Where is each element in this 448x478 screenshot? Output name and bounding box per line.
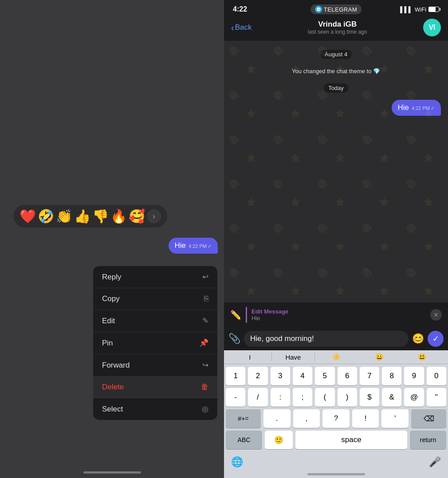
back-label: Back: [235, 23, 252, 32]
key-return[interactable]: return: [410, 431, 446, 449]
key-delete[interactable]: ⌫: [411, 409, 446, 428]
keyboard-row-3: #+= . , ? ! ' ⌫: [226, 409, 446, 428]
chat-name: Vrinda iGB: [252, 20, 423, 29]
globe-key[interactable]: 🌐: [231, 456, 243, 468]
predictive-word-2[interactable]: Have: [272, 353, 315, 361]
predictive-word-3[interactable]: ☀️: [315, 353, 358, 361]
key-emoji-face[interactable]: 🙂: [265, 431, 293, 449]
right-panel: 4:22 TELEGRAM ▌▌▌ WiFi ‹ Back Vrinda iGB…: [224, 0, 448, 478]
message-bubble: Hie 4:22 PM ✓: [169, 238, 218, 254]
chat-background: August 4 You changed the chat theme to 💎…: [224, 41, 448, 302]
edit-title: Edit Message: [252, 308, 426, 315]
back-button[interactable]: ‹ Back: [231, 23, 252, 33]
menu-item-select[interactable]: Select ◎: [93, 398, 217, 420]
send-button[interactable]: ✓: [428, 331, 444, 347]
avatar[interactable]: VI: [423, 19, 441, 36]
menu-item-forward[interactable]: Forward ↪: [93, 354, 217, 376]
chat-pattern: [224, 41, 448, 302]
bubble-time: 4:22 PM ✓: [189, 243, 212, 249]
key-hashtag[interactable]: #+=: [226, 409, 261, 428]
key-3[interactable]: 3: [271, 367, 290, 385]
key-open-paren[interactable]: (: [315, 388, 334, 407]
emoji-thumbsup[interactable]: 👍: [74, 208, 90, 224]
key-space[interactable]: space: [295, 431, 407, 449]
edit-divider: [246, 307, 247, 323]
menu-item-edit[interactable]: Edit ✎: [93, 310, 217, 332]
key-semicolon[interactable]: ;: [293, 388, 312, 407]
edit-bar: ✏️ Edit Message Hie ✕: [224, 302, 448, 327]
emoji-thumbsdown[interactable]: 👎: [92, 208, 109, 224]
key-colon[interactable]: :: [271, 388, 290, 407]
key-abc[interactable]: ABC: [226, 431, 262, 449]
copy-icon: ⎘: [204, 294, 208, 303]
key-dollar[interactable]: $: [360, 388, 379, 407]
status-bar: 4:22 TELEGRAM ▌▌▌ WiFi: [224, 0, 448, 15]
menu-item-copy[interactable]: Copy ⎘: [93, 288, 217, 310]
key-exclaim[interactable]: !: [352, 409, 379, 428]
pencil-icon: ✏️: [230, 310, 241, 320]
key-dash[interactable]: -: [226, 388, 245, 407]
key-comma[interactable]: ,: [293, 409, 320, 428]
pin-icon: 📌: [199, 338, 208, 348]
menu-label-forward: Forward: [102, 361, 130, 370]
keyboard-row-1: 1 2 3 4 5 6 7 8 9 0: [226, 367, 446, 385]
forward-icon: ↪: [202, 360, 208, 370]
emoji-bar: ❤️ 🤣 👏 👍 👎 🔥 🥰 ›: [13, 205, 167, 227]
keyboard-row-4: ABC 🙂 space return: [226, 431, 446, 449]
edit-icon: ✎: [202, 316, 208, 325]
predictive-word-1[interactable]: I: [228, 353, 271, 361]
left-panel: ❤️ 🤣 👏 👍 👎 🔥 🥰 › Hie 4:22 PM ✓ Reply ↩ C…: [0, 0, 224, 478]
key-6[interactable]: 6: [338, 367, 357, 385]
chat-header: ‹ Back Vrinda iGB last seen a long time …: [224, 15, 448, 41]
key-7[interactable]: 7: [360, 367, 379, 385]
key-at[interactable]: @: [404, 388, 424, 407]
mic-key[interactable]: 🎤: [429, 456, 441, 468]
wifi-icon: WiFi: [415, 6, 426, 13]
telegram-pill: TELEGRAM: [310, 4, 362, 14]
menu-item-delete[interactable]: Delete 🗑: [93, 376, 217, 398]
emoji-blush[interactable]: 🥰: [129, 208, 145, 224]
key-apostrophe[interactable]: ': [381, 409, 409, 428]
key-period[interactable]: .: [263, 409, 291, 428]
attach-button[interactable]: 📎: [228, 333, 240, 345]
key-quote[interactable]: ": [427, 388, 446, 407]
key-0[interactable]: 0: [427, 367, 446, 385]
telegram-label: TELEGRAM: [324, 6, 358, 13]
key-close-paren[interactable]: ): [338, 388, 357, 407]
bubble-text: Hie: [175, 241, 186, 250]
emoji-picker-button[interactable]: 😊: [412, 333, 424, 345]
telegram-icon: [315, 6, 322, 13]
key-slash[interactable]: /: [248, 388, 267, 407]
key-4[interactable]: 4: [293, 367, 312, 385]
message-input[interactable]: [244, 331, 409, 347]
edit-content: Edit Message Hie: [252, 308, 426, 321]
menu-label-copy: Copy: [102, 294, 120, 303]
key-ampersand[interactable]: &: [382, 388, 401, 407]
signal-icon: ▌▌▌: [400, 6, 413, 13]
predictive-word-4[interactable]: 😀: [358, 353, 401, 361]
key-5[interactable]: 5: [315, 367, 334, 385]
emoji-rofl[interactable]: 🤣: [38, 208, 54, 224]
key-8[interactable]: 8: [382, 367, 401, 385]
context-menu: Reply ↩ Copy ⎘ Edit ✎ Pin 📌 Forward ↪ De…: [93, 266, 217, 420]
key-question[interactable]: ?: [322, 409, 350, 428]
status-icons: ▌▌▌ WiFi: [400, 6, 439, 13]
input-area: 📎 😊 ✓: [224, 327, 448, 350]
emoji-fire[interactable]: 🔥: [110, 208, 127, 224]
menu-label-delete: Delete: [102, 383, 124, 392]
menu-item-reply[interactable]: Reply ↩: [93, 266, 217, 288]
key-2[interactable]: 2: [248, 367, 267, 385]
menu-label-pin: Pin: [102, 339, 113, 348]
emoji-heart[interactable]: ❤️: [20, 208, 36, 224]
menu-item-pin[interactable]: Pin 📌: [93, 332, 217, 354]
predictive-word-5[interactable]: 😃: [401, 353, 444, 361]
more-emojis-button[interactable]: ›: [147, 209, 161, 223]
menu-label-edit: Edit: [102, 317, 115, 325]
chat-title-area: Vrinda iGB last seen a long time ago: [252, 20, 423, 35]
edit-close-button[interactable]: ✕: [430, 309, 442, 321]
menu-label-select: Select: [102, 405, 123, 414]
back-chevron-icon: ‹: [231, 23, 234, 33]
emoji-clap[interactable]: 👏: [56, 208, 72, 224]
key-1[interactable]: 1: [226, 367, 245, 385]
key-9[interactable]: 9: [404, 367, 424, 385]
